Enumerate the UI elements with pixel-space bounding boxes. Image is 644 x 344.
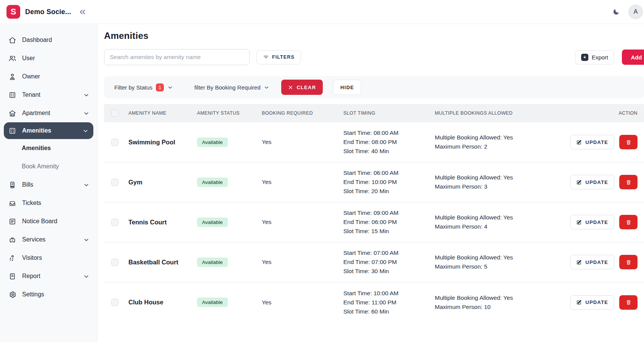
table-header: AMENITY NAME AMENITY STATUS BOOKING REQU… xyxy=(104,104,644,122)
add-button[interactable]: Add xyxy=(622,50,644,65)
chevron-down-icon xyxy=(83,273,90,280)
sidebar-item-notice-board[interactable]: Notice Board xyxy=(0,212,97,230)
sidebar-collapse-button[interactable] xyxy=(78,8,87,16)
column-header-slot-timing: SLOT TIMING xyxy=(338,110,429,116)
sidebar-item-label: Dashboard xyxy=(22,37,52,43)
update-button[interactable]: UPDATE xyxy=(570,215,614,229)
filter-by-status-dropdown[interactable]: Filter by Status 1 xyxy=(114,83,173,91)
sidebar-item-bills[interactable]: Bills xyxy=(0,176,97,194)
filters-icon xyxy=(263,54,269,60)
export-button[interactable]: Export xyxy=(575,50,614,64)
booking-required-value: Yes xyxy=(262,299,338,306)
sidebar-subitem-label: Amenities xyxy=(22,145,51,152)
slot-timing: Start Time: 09:00 AM End Time: 06:00 PM … xyxy=(338,208,429,236)
report-icon xyxy=(8,272,16,280)
filters-button-label: FILTERS xyxy=(272,54,295,60)
update-button[interactable]: UPDATE xyxy=(570,135,614,149)
sidebar-item-report[interactable]: Report xyxy=(0,267,97,285)
sidebar-item-owner[interactable]: Owner xyxy=(0,67,97,86)
trash-icon xyxy=(626,179,631,185)
amenities-icon xyxy=(8,127,16,135)
edit-icon xyxy=(576,219,582,225)
filter-by-booking-dropdown[interactable]: filter By Booking Required xyxy=(194,84,269,91)
row-checkbox[interactable] xyxy=(111,139,119,146)
app-window: S Demo Socie... A Dashboard xyxy=(0,0,644,344)
sidebar-item-services[interactable]: Services xyxy=(0,230,97,249)
sidebar-subitem-book-amenity[interactable]: Book Amenity xyxy=(0,157,97,176)
double-chevron-left-icon xyxy=(78,8,87,16)
update-button-label: UPDATE xyxy=(585,179,608,185)
filter-booking-label: filter By Booking Required xyxy=(194,84,260,91)
filter-bar: Filter by Status 1 filter By Booking Req… xyxy=(104,76,644,98)
select-all-checkbox[interactable] xyxy=(111,110,119,117)
delete-button[interactable] xyxy=(619,135,638,149)
status-badge: Available xyxy=(197,138,228,147)
sidebar-item-visitors[interactable]: Visitors xyxy=(0,249,97,267)
row-checkbox[interactable] xyxy=(111,299,119,306)
column-header-action: ACTION xyxy=(551,110,644,116)
delete-button[interactable] xyxy=(619,295,638,310)
sidebar-item-settings[interactable]: Settings xyxy=(0,285,97,304)
amenity-name: Gym xyxy=(128,179,197,186)
person-icon xyxy=(8,73,16,81)
sidebar-item-label: Amenities xyxy=(22,127,51,134)
edit-icon xyxy=(576,139,582,145)
sidebar-item-label: Visitors xyxy=(22,254,42,261)
chevron-down-icon xyxy=(82,128,89,134)
search-input[interactable] xyxy=(104,49,250,65)
bill-icon xyxy=(8,181,16,189)
amenity-name: Basketball Court xyxy=(128,259,197,266)
delete-button[interactable] xyxy=(619,175,638,189)
booking-required-value: Yes xyxy=(262,139,338,146)
booking-required-value: Yes xyxy=(262,179,338,186)
hide-filters-button[interactable]: HIDE xyxy=(333,80,361,95)
sidebar-item-label: Tickets xyxy=(22,200,41,206)
sidebar-item-tickets[interactable]: Tickets xyxy=(0,194,97,212)
sidebar-item-dashboard[interactable]: Dashboard xyxy=(0,31,97,49)
sidebar-item-label: Tenant xyxy=(22,91,40,98)
visitors-icon xyxy=(8,254,16,262)
trash-icon xyxy=(626,219,631,225)
status-badge: Available xyxy=(197,178,228,187)
amenity-name: Club House xyxy=(128,299,197,306)
sidebar-item-amenities[interactable]: Amenities xyxy=(4,122,93,139)
row-checkbox[interactable] xyxy=(111,179,119,186)
status-badge: Available xyxy=(197,258,228,267)
clear-filters-button[interactable]: CLEAR xyxy=(281,80,323,95)
top-bar: S Demo Socie... A xyxy=(0,0,644,24)
multiple-bookings: Multiple Booking Allowed: Yes Maximum Pe… xyxy=(429,133,551,151)
user-avatar[interactable]: A xyxy=(628,5,643,19)
update-button[interactable]: UPDATE xyxy=(570,295,614,310)
sidebar-subitem-amenities[interactable]: Amenities xyxy=(0,139,97,157)
sidebar-item-tenant[interactable]: Tenant xyxy=(0,86,97,104)
home-icon xyxy=(8,36,16,44)
dark-mode-toggle[interactable] xyxy=(612,8,620,16)
sidebar-item-user[interactable]: User xyxy=(0,49,97,67)
row-checkbox[interactable] xyxy=(111,219,119,226)
delete-button[interactable] xyxy=(619,255,638,269)
chevron-down-icon xyxy=(264,85,269,90)
moon-icon xyxy=(612,8,620,16)
chevron-down-icon xyxy=(83,182,90,188)
row-checkbox[interactable] xyxy=(111,259,119,266)
column-header-multiple-bookings: MULTIPLE BOOKINGS ALLOWED xyxy=(429,110,551,116)
filters-button[interactable]: FILTERS xyxy=(256,50,301,64)
export-icon xyxy=(581,54,588,61)
update-button[interactable]: UPDATE xyxy=(570,175,614,189)
table-row: Club House Available Yes Start Time: 10:… xyxy=(104,282,644,322)
update-button[interactable]: UPDATE xyxy=(570,255,614,269)
inbox-icon xyxy=(8,199,16,207)
slot-timing: Start Time: 10:00 AM End Time: 11:00 PM … xyxy=(338,289,429,316)
sidebar-item-apartment[interactable]: Apartment xyxy=(0,104,97,122)
main-content: Amenities FILTERS Export Add xyxy=(98,24,644,344)
export-button-label: Export xyxy=(592,54,608,61)
table-row: Basketball Court Available Yes Start Tim… xyxy=(104,242,644,282)
sidebar-item-label: Report xyxy=(22,273,40,280)
clear-button-label: CLEAR xyxy=(296,85,316,90)
multiple-bookings: Multiple Booking Allowed: Yes Maximum Pe… xyxy=(429,173,551,191)
sidebar-subitem-label: Book Amenity xyxy=(22,163,59,170)
column-header-booking-required: BOOKING REQUIRED xyxy=(262,110,338,116)
delete-button[interactable] xyxy=(619,215,638,229)
edit-icon xyxy=(576,179,582,185)
slot-timing: Start Time: 08:00 AM End Time: 08:00 PM … xyxy=(338,128,429,156)
